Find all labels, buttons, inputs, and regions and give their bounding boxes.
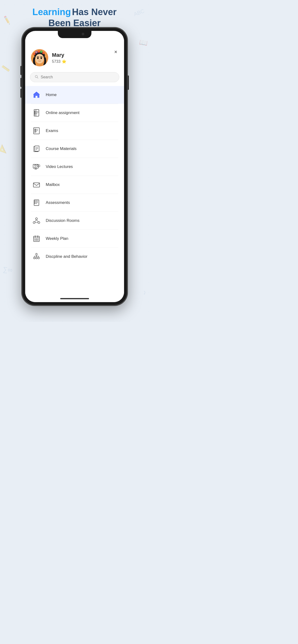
phone-frame: ×	[22, 28, 127, 306]
sidebar-item-weekly-plan[interactable]: Weekly Plan	[25, 230, 124, 248]
svg-rect-64	[36, 238, 37, 239]
weekly-plan-icon	[32, 234, 41, 243]
phone-notch	[58, 31, 91, 38]
svg-point-15	[43, 52, 44, 54]
svg-rect-66	[35, 240, 36, 240]
svg-point-9	[36, 52, 37, 53]
svg-rect-23	[34, 111, 35, 114]
sidebar-item-video-lectures[interactable]: Video Lectures	[25, 158, 124, 176]
app-content: ×	[25, 40, 124, 302]
phone-screen: ×	[25, 31, 124, 302]
sidebar-item-label: Weekly Plan	[46, 236, 68, 241]
svg-rect-65	[37, 238, 38, 239]
avatar	[31, 49, 48, 66]
header-title: Learning Has Never Been Easier	[0, 7, 149, 28]
svg-line-56	[35, 220, 37, 222]
video-lectures-icon	[32, 162, 41, 171]
close-button[interactable]: ×	[112, 48, 120, 56]
sidebar-item-mailbox[interactable]: Mailbox	[25, 176, 124, 194]
header-rest2: Been Easier	[49, 18, 101, 28]
svg-line-57	[37, 220, 38, 222]
course-materials-icon	[32, 144, 41, 153]
svg-rect-67	[36, 240, 37, 240]
user-name: Mary	[52, 52, 66, 58]
sidebar-item-label: Course Materials	[46, 146, 77, 151]
home-icon	[32, 90, 41, 100]
svg-point-70	[33, 257, 35, 259]
avatar-svg	[31, 49, 48, 66]
user-info: Mary 5733 ⭐	[52, 52, 66, 64]
svg-point-72	[38, 257, 39, 259]
svg-point-7	[34, 54, 35, 54]
sidebar-item-label: Online assignment	[46, 110, 80, 115]
svg-point-13	[41, 51, 42, 52]
svg-point-54	[33, 222, 35, 224]
sidebar-item-label: Mailbox	[46, 182, 60, 187]
sidebar-item-home[interactable]: Home	[25, 86, 124, 104]
svg-rect-43	[33, 183, 40, 187]
svg-point-38	[35, 165, 36, 166]
svg-point-69	[36, 254, 37, 255]
sidebar-item-discussion-rooms[interactable]: Discussion Rooms	[25, 212, 124, 230]
header-rest: Has Never	[72, 7, 117, 17]
user-points: 5733 ⭐	[52, 59, 66, 64]
sidebar-item-course-materials[interactable]: Course Materials	[25, 140, 124, 158]
exams-icon	[32, 126, 41, 135]
user-profile: Mary 5733 ⭐	[25, 40, 124, 70]
svg-point-51	[34, 202, 35, 203]
sidebar-item-exams[interactable]: Exams	[25, 122, 124, 140]
discipline-icon	[32, 252, 41, 261]
sidebar-item-label: Assessments	[46, 200, 70, 205]
svg-point-55	[38, 222, 40, 224]
menu-list: Home	[25, 86, 124, 273]
sidebar-item-assessments[interactable]: Assessments	[25, 194, 124, 212]
assessments-icon	[32, 198, 41, 207]
discussion-rooms-icon	[32, 216, 41, 225]
search-bar[interactable]	[30, 72, 119, 82]
sidebar-item-label: Discpline and Behavior	[46, 254, 88, 259]
sidebar-item-label: Exams	[46, 128, 58, 133]
svg-point-50	[34, 202, 35, 202]
search-icon	[35, 75, 38, 80]
sidebar-item-label: Home	[46, 92, 57, 97]
sidebar-item-label: Discussion Rooms	[46, 218, 80, 223]
front-camera	[82, 33, 84, 35]
svg-point-71	[36, 257, 37, 259]
svg-point-11	[38, 51, 39, 52]
svg-point-52	[34, 204, 35, 204]
sidebar-item-discipline-behavior[interactable]: Discpline and Behavior	[25, 248, 124, 266]
mailbox-icon	[32, 180, 41, 189]
svg-point-2	[35, 54, 44, 64]
svg-rect-63	[35, 238, 36, 239]
svg-rect-31	[35, 132, 36, 133]
svg-point-4	[41, 58, 42, 59]
home-indicator	[60, 298, 89, 299]
svg-line-17	[37, 78, 38, 78]
svg-point-5	[39, 60, 40, 60]
sidebar-item-label: Video Lectures	[46, 164, 73, 169]
assignment-icon	[32, 108, 41, 118]
svg-point-53	[36, 218, 37, 220]
svg-rect-68	[37, 240, 38, 240]
header-learning: Learning	[32, 7, 71, 17]
search-input[interactable]	[41, 75, 115, 79]
sidebar-item-online-assignment[interactable]: Online assignment	[25, 104, 124, 122]
svg-point-49	[34, 200, 35, 201]
svg-point-3	[37, 58, 39, 59]
